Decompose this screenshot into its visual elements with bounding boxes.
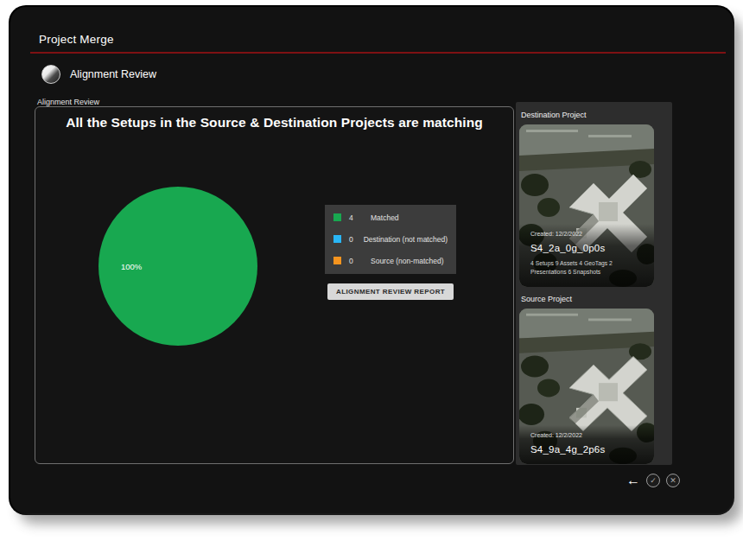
project-merge-window: Project Merge Alignment Review Alignment… xyxy=(10,7,733,513)
source-count: 0 xyxy=(349,257,363,265)
destination-label: Destination (not matched) xyxy=(364,235,448,244)
destination-count: 0 xyxy=(349,235,356,244)
pie-percent-label: 100% xyxy=(121,262,142,271)
step-label: Alignment Review xyxy=(70,68,156,80)
source-overlay: Created: 12/2/2022 S4_9a_4g_2p6s xyxy=(519,425,654,464)
footer-actions: ← ✓ ✕ xyxy=(626,474,680,487)
destination-swatch xyxy=(333,235,341,243)
source-project-card[interactable]: Created: 12/2/2022 S4_9a_4g_2p6s xyxy=(519,309,654,464)
source-project-label: Source Project xyxy=(521,295,672,303)
source-label: Source (non-matched) xyxy=(371,257,444,265)
title-divider xyxy=(30,52,726,54)
matching-heading: All the Setups in the Source & Destinati… xyxy=(35,115,513,130)
alignment-review-panel: All the Setups in the Source & Destinati… xyxy=(35,106,514,464)
pie-legend: 4 Matched 0 Destination (not matched) 0 … xyxy=(325,205,456,274)
window-title: Project Merge xyxy=(39,33,114,46)
destination-project-label: Destination Project xyxy=(521,111,672,119)
legend-row-destination: 0 Destination (not matched) xyxy=(325,228,456,250)
matched-swatch xyxy=(333,213,341,221)
alignment-review-report-button[interactable]: ALIGNMENT REVIEW REPORT xyxy=(327,283,454,300)
destination-details: 4 Setups 9 Assets 4 GeoTags 2 Presentati… xyxy=(530,259,643,277)
destination-name: S4_2a_0g_0p0s xyxy=(530,243,643,253)
legend-row-matched: 4 Matched xyxy=(325,207,456,228)
step-header: Alignment Review xyxy=(41,65,156,84)
matched-count: 4 xyxy=(349,213,363,222)
back-arrow-icon[interactable]: ← xyxy=(626,474,640,487)
close-icon[interactable]: ✕ xyxy=(666,474,680,487)
destination-overlay: Created: 12/2/2022 S4_2a_0g_0p0s 4 Setup… xyxy=(519,224,654,287)
source-swatch xyxy=(333,257,341,264)
legend-row-source: 0 Source (non-matched) xyxy=(325,250,456,271)
destination-project-card[interactable]: Created: 12/2/2022 S4_2a_0g_0p0s 4 Setup… xyxy=(519,124,654,287)
destination-created: Created: 12/2/2022 xyxy=(530,231,643,237)
matched-pie-chart: 100% xyxy=(98,187,257,346)
confirm-icon[interactable]: ✓ xyxy=(646,474,660,487)
alignment-review-step-icon xyxy=(41,65,60,84)
panel-section-label: Alignment Review xyxy=(37,98,99,106)
source-name: S4_9a_4g_2p6s xyxy=(530,444,643,455)
projects-sidebar: Destination Project xyxy=(516,102,672,465)
page: Project Merge Alignment Review Alignment… xyxy=(0,0,743,560)
source-created: Created: 12/2/2022 xyxy=(530,432,643,438)
matched-label: Matched xyxy=(371,213,399,222)
